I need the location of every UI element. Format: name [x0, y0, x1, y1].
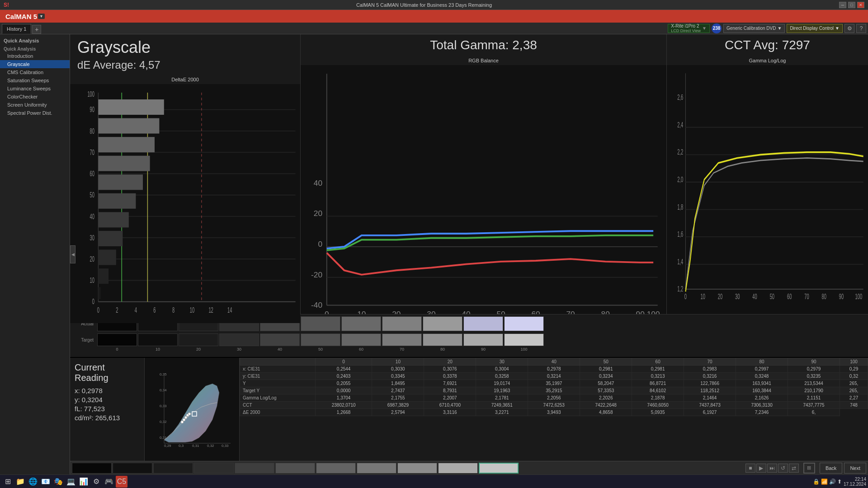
swatch-target-50 — [301, 333, 340, 346]
grayscale-title: Grayscale — [77, 38, 293, 57]
close-button[interactable]: ✕ — [857, 2, 864, 8]
table-cell-label: x: CIE31 — [240, 366, 316, 373]
svg-text:10: 10 — [190, 306, 195, 314]
bottom-toolbar: ■ ▶ ⏭ ↺ ⇄ ⊞ Back Next — [70, 461, 868, 474]
sidebar-item-saturation[interactable]: Saturation Sweeps — [0, 76, 70, 84]
table-row: Y0,20551,84957,692119,017435,199758,2047… — [240, 380, 868, 387]
taskbar-app1[interactable]: 🎭 — [52, 476, 64, 488]
sidebar-collapse-button[interactable]: ◀ — [70, 245, 75, 263]
table-cell-label: y: CIE31 — [240, 373, 316, 380]
toolbar-swatch-90 — [438, 463, 478, 474]
device1-selector[interactable]: X-Rite i1Pro 2 LCD Direct View ▼ — [668, 24, 710, 33]
taskbar-app2[interactable]: 💻 — [65, 476, 77, 488]
taskbar-explorer[interactable]: 📁 — [14, 476, 26, 488]
top-right-controls: X-Rite i1Pro 2 LCD Direct View ▼ 238 Gen… — [668, 23, 866, 33]
table-cell: 2,2056 — [528, 394, 580, 402]
taskbar-system-icons: 🔒 📶 🔊 ⬆ — [813, 479, 842, 485]
col-header-70: 70 — [684, 358, 736, 366]
sidebar: Quick Analysis Quick Analysis Introducti… — [0, 34, 70, 474]
skip-forward-button[interactable]: ⏭ — [767, 464, 777, 473]
sidebar-item-colorchecker[interactable]: ColorChecker — [0, 93, 70, 101]
maximize-button[interactable]: □ — [848, 2, 855, 8]
col-header-40: 40 — [528, 358, 580, 366]
taskbar-app4[interactable]: ⚙ — [90, 476, 102, 488]
table-cell-label: Gamma Log/Log — [240, 394, 316, 402]
back-button[interactable]: Back — [820, 463, 842, 474]
svg-text:0: 0 — [318, 239, 323, 249]
taskbar-mail[interactable]: 📧 — [40, 476, 52, 488]
table-cell: 0,32 — [840, 373, 868, 380]
table-cell: 7422,2648 — [580, 402, 632, 409]
direct-display-button[interactable]: Direct Display Control ▼ — [787, 24, 843, 33]
table-cell: 213,5344 — [788, 380, 840, 387]
svg-text:2,4: 2,4 — [677, 121, 683, 129]
play-button[interactable]: ▶ — [756, 464, 766, 473]
svg-text:30: 30 — [90, 234, 95, 242]
svg-text:14: 14 — [227, 306, 232, 314]
svg-text:100: 100 — [855, 292, 863, 300]
settings-button[interactable]: ⚙ — [844, 24, 854, 33]
sidebar-item-spectral[interactable]: Spectral Power Dist. — [0, 109, 70, 117]
sidebar-item-introduction[interactable]: Introduction — [0, 52, 70, 60]
table-cell: 1,3704 — [315, 394, 372, 402]
table-cell: 57,3353 — [580, 387, 632, 394]
svg-rect-43 — [98, 268, 108, 284]
taskbar-app5[interactable]: 🎮 — [103, 476, 115, 488]
charts-section: Grayscale dE Average: 4,57 DeltaE 2000 — [70, 34, 868, 314]
toolbar-swatch-70 — [357, 463, 396, 474]
titlebar-title: CalMAN 5 CalMAN Ultimate for Business 23… — [9, 2, 839, 8]
y-value: y: 0,3204 — [75, 396, 140, 404]
table-cell: 0,2979 — [788, 366, 840, 373]
help-button[interactable]: ? — [856, 24, 866, 33]
table-cell: 0,3216 — [684, 373, 736, 380]
table-cell: 2,27 — [840, 394, 868, 402]
svg-text:1,8: 1,8 — [677, 203, 683, 211]
svg-text:1,6: 1,6 — [677, 230, 683, 238]
start-button[interactable]: ⊞ — [2, 476, 14, 488]
logo-dropdown[interactable]: ▼ — [38, 14, 45, 19]
taskbar-calman[interactable]: C5 — [116, 476, 127, 488]
table-cell: 4,8658 — [580, 409, 632, 416]
table-cell: 7472,6253 — [528, 402, 580, 409]
taskbar-ie[interactable]: 🌐 — [27, 476, 39, 488]
svg-text:50: 50 — [770, 292, 774, 300]
sidebar-item-screen-uniformity[interactable]: Screen Uniformity — [0, 101, 70, 109]
toolbar-swatch-100 — [479, 463, 519, 474]
device2-selector[interactable]: Generic Calibration DVD ▼ — [723, 24, 785, 33]
table-cell-label: ΔE 2000 — [240, 409, 316, 416]
stop-button[interactable]: ■ — [745, 464, 755, 473]
table-cell-label: Target Y — [240, 387, 316, 394]
taskbar: ⊞ 📁 🌐 📧 🎭 💻 📊 ⚙ 🎮 C5 🔒 📶 🔊 ⬆ 22:14 17.12… — [0, 474, 868, 488]
grid-view-button[interactable]: ⊞ — [803, 463, 815, 474]
svg-rect-41 — [98, 231, 123, 246]
table-cell: 160,3844 — [736, 387, 788, 394]
svg-rect-39 — [98, 193, 136, 209]
sidebar-item-cms[interactable]: CMS Calibration — [0, 68, 70, 76]
center-panel: Total Gamma: 2,38 RGB Balance -40 -20 0 — [301, 34, 667, 314]
svg-rect-40 — [98, 212, 129, 227]
swatch-actual-80 — [423, 316, 462, 331]
sidebar-item-grayscale[interactable]: Grayscale — [0, 60, 70, 68]
nav-controls: Back Next — [820, 463, 866, 474]
tab-history1[interactable]: History 1 — [2, 24, 31, 34]
toolbar-swatch-30 — [194, 463, 234, 474]
table-cell: 265, — [840, 387, 868, 394]
table-cell: 23802,0710 — [315, 402, 372, 409]
table-cell: 2,2007 — [424, 394, 476, 402]
shuffle-button[interactable]: ⇄ — [789, 464, 799, 473]
rgb-balance-chart: -40 -20 0 20 40 0 10 20 30 — [301, 65, 666, 327]
svg-text:-40: -40 — [311, 300, 322, 310]
taskbar-app3[interactable]: 📊 — [78, 476, 90, 488]
toolbar-swatch-40 — [235, 463, 274, 474]
table-cell: 5,0935 — [632, 409, 684, 416]
minimize-button[interactable]: ─ — [839, 2, 846, 8]
col-header-label — [240, 358, 316, 366]
taskbar-right: 🔒 📶 🔊 ⬆ 22:14 17.12.2024 — [813, 477, 866, 487]
tab-add-button[interactable]: + — [32, 25, 41, 34]
loop-button[interactable]: ↺ — [778, 464, 788, 473]
table-cell: 6,1927 — [684, 409, 736, 416]
next-button[interactable]: Next — [844, 463, 866, 474]
sidebar-item-luminance[interactable]: Luminance Sweeps — [0, 84, 70, 93]
table-cell: 0,2981 — [632, 366, 684, 373]
gamma-log-chart: 1,2 1,4 1,6 1,8 2,0 2,2 2,4 2,6 — [667, 65, 868, 314]
